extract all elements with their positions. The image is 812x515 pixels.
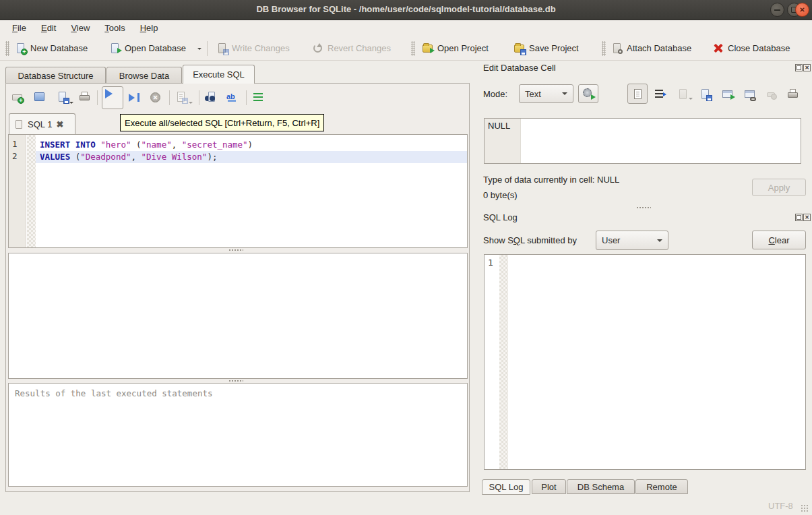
results-message-box[interactable]: Results of the last executed statements [8,383,468,487]
open-sql-file-button[interactable] [34,91,49,104]
export-data-icon[interactable] [699,88,711,100]
close-icon: ✕ [796,3,809,16]
chevron-down-icon [562,92,567,95]
write-changes-button: Write Changes [214,40,292,57]
save-project-button[interactable]: Save Project [511,40,582,57]
dock-float-icon[interactable] [795,214,803,221]
new-sql-tab-button[interactable] [11,91,26,104]
open-external-icon[interactable] [722,88,733,100]
import-data-icon [677,88,689,100]
log-fold-margin [499,255,508,469]
save-results-button [175,91,190,104]
window-resize-grip[interactable] [801,504,809,512]
cell-value: NULL [488,121,510,131]
dock-tab-db-schema[interactable]: DB Schema [567,479,635,494]
word-wrap-icon[interactable] [655,90,663,98]
set-null-icon [766,88,778,100]
tab-database-structure[interactable]: Database Structure [5,67,106,84]
toolbar-grip[interactable] [411,41,415,56]
line-number-gutter: 1 2 [9,135,26,247]
revert-changes-button: Revert Changes [309,40,394,57]
sql-editor[interactable]: 1 2 INSERT INTO "hero" ("name", "secret_… [8,134,468,248]
print-sql-button[interactable] [79,91,94,104]
mode-label: Mode: [483,89,507,99]
dock-close-icon[interactable]: ✕ [803,64,811,71]
minimize-icon [771,3,784,16]
tab-execute-sql[interactable]: Execute SQL [183,65,255,84]
dock-tab-remote[interactable]: Remote [635,479,688,494]
dock-tab-sql-log[interactable]: SQL Log [482,479,530,495]
execute-tooltip: Execute all/selected SQL [Ctrl+Return, F… [120,114,324,131]
code-line-2: VALUES ("Deadpond", "Dive Wilson"); [36,151,467,163]
new-database-icon [15,42,26,54]
find-button[interactable] [204,91,219,104]
save-project-icon [513,42,525,54]
results-placeholder: Results of the last executed statements [15,388,213,398]
sql-toolbar-separator [246,90,247,105]
sql-tab-label: SQL 1 [28,119,52,129]
chevron-down-icon [657,239,662,242]
open-project-icon [422,42,433,54]
copy-link-icon[interactable] [744,88,755,100]
open-database-button[interactable]: Open Database [106,40,189,57]
toolbar-separator [207,41,208,56]
stop-icon [150,92,160,102]
main-toolbar: New Database Open Database Write Changes… [0,36,812,61]
mode-select[interactable]: Text [519,84,573,103]
edit-cell-dock-title: Edit Database Cell [483,63,556,73]
code-area[interactable]: INSERT INTO "hero" ("name", "secret_name… [36,135,467,247]
log-filter-label: Show SQL submitted by [483,235,577,245]
close-database-button[interactable]: Close Database [710,40,793,57]
print-cell-icon[interactable] [787,88,799,100]
sql-document-tab[interactable]: SQL 1 ✖ [9,113,75,134]
minimize-button[interactable] [770,3,784,17]
toolbar-grip[interactable] [5,41,9,56]
fold-margin [27,135,36,247]
sql-toolbar-separator [97,90,98,105]
sql-toolbar-separator [169,90,170,105]
results-grid[interactable] [8,253,468,379]
menu-tools[interactable]: Tools [98,22,131,34]
menu-help[interactable]: Help [133,22,165,34]
auto-format-button[interactable] [253,91,268,104]
dock-float-icon[interactable] [795,64,803,71]
log-filter-select[interactable]: User [596,231,668,250]
sql-log-view[interactable]: 1 [484,254,806,470]
write-changes-icon [216,42,228,54]
sql-log-dock-title: SQL Log [483,212,518,222]
import-settings-button[interactable] [578,84,598,103]
close-button[interactable]: ✕ [795,3,809,17]
execute-sql-button[interactable] [102,86,123,109]
execute-current-line-button[interactable] [129,91,144,104]
stop-execution-button [150,91,164,104]
revert-changes-icon [312,42,323,54]
open-database-dropdown[interactable] [197,50,201,62]
import-dropdown [689,100,693,112]
new-database-button[interactable]: New Database [12,40,90,57]
text-document-icon [632,88,644,100]
toolbar-grip[interactable] [602,41,606,56]
menu-file[interactable]: File [5,22,33,34]
open-project-button[interactable]: Open Project [419,40,491,57]
horizontal-splitter[interactable] [228,249,243,252]
arrow-badge-icon [591,94,596,100]
clear-log-button[interactable]: Clear [752,231,806,249]
apply-button: Apply [752,179,806,196]
dock-splitter[interactable] [636,206,651,210]
cell-value-editor[interactable]: NULL [484,118,801,164]
attach-database-icon [611,42,623,54]
attach-database-button[interactable]: Attach Database [608,40,694,57]
menu-view[interactable]: View [64,22,96,34]
cell-editor-margin: NULL [485,119,521,163]
menubar: File Edit View Tools Help [0,20,812,36]
find-replace-button[interactable] [226,91,241,104]
tab-browse-data[interactable]: Browse Data [106,67,182,84]
titlebar[interactable]: DB Browser for SQLite - /home/user/code/… [0,0,812,20]
execute-icon [105,89,113,98]
log-line-number: 1 [488,258,493,268]
menu-edit[interactable]: Edit [34,22,63,34]
encoding-indicator: UTF-8 [768,501,793,511]
dock-close-icon[interactable]: ✕ [803,214,811,221]
sql-tab-close-icon[interactable]: ✖ [56,119,63,129]
dock-tab-plot[interactable]: Plot [532,479,566,494]
